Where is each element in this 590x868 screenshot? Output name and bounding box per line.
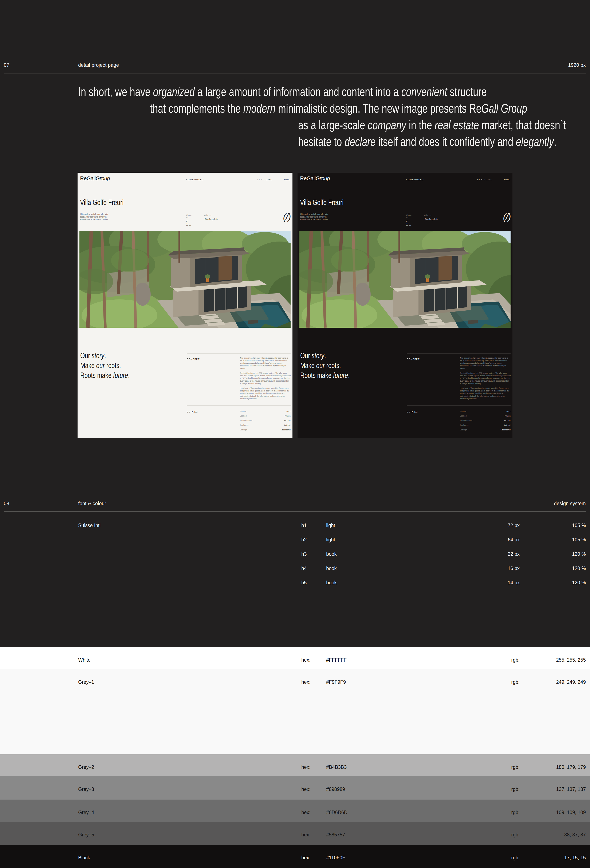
type-tag: h2 <box>301 537 307 543</box>
email-link[interactable]: office@regall.ch <box>424 218 438 220</box>
phone-label: Phone us: <box>186 214 192 218</box>
details-row-label: Total area: <box>240 424 248 426</box>
menu-button[interactable]: MENU <box>504 179 510 181</box>
text: Our <box>300 351 312 360</box>
toggle-separator-icon: / <box>265 179 265 181</box>
phone-link[interactable]: 071 277 90 64 <box>406 220 412 227</box>
text: In short, we have <box>78 85 153 99</box>
color-swatch-row: Blackhex:#110F0Frgb:17, 15, 15 <box>0 845 590 868</box>
brand-logo[interactable]: ReGallGroup <box>300 176 330 182</box>
section-08-label: font & colour <box>78 501 106 506</box>
italic-text: story <box>92 351 104 360</box>
menu-button[interactable]: MENU <box>284 179 290 181</box>
details-row: Concept:5 bedrooms <box>460 429 510 433</box>
details-row-value: 648 m2 <box>284 424 291 426</box>
text: Roots make <box>300 371 333 380</box>
villa-aerial-image <box>80 231 291 328</box>
divider <box>407 353 510 354</box>
type-leading: 120 % <box>572 551 586 557</box>
details-row: Located:France <box>460 415 510 419</box>
phone-link[interactable]: 071 277 90 64 <box>186 220 192 227</box>
close-project-link[interactable]: CLOSE PROJECT <box>406 179 424 181</box>
concept-text: This modern and elegant villa with spect… <box>460 357 511 402</box>
italic-text: real estate <box>435 118 479 132</box>
italic-text: convenient <box>401 85 447 99</box>
color-swatch-table: Whitehex:#FFFFFFrgb:255, 255, 255Grey–1h… <box>0 647 590 868</box>
color-name: Black <box>78 855 90 861</box>
text: Make <box>300 361 316 370</box>
type-row: h5book14 px120 % <box>0 580 590 594</box>
theme-toggle[interactable]: LIGHT / DARK <box>257 179 272 181</box>
divider <box>187 353 291 354</box>
type-row: h2light64 px105 % <box>0 537 590 551</box>
rgb-label: rgb: <box>511 855 520 861</box>
typography-table: h1light72 px105 %h2light64 px105 %h3book… <box>0 523 590 594</box>
intro-line: hesitate to declare itself and does it c… <box>298 133 590 150</box>
story-heading: Our story. Make our roots. Roots make fu… <box>300 351 366 380</box>
italic-text: declare <box>345 134 376 149</box>
type-weight: book <box>326 565 337 571</box>
details-row-label: Total area: <box>460 424 469 426</box>
text: Our <box>80 351 92 360</box>
villa-description: This modern and elegant villa with spect… <box>80 213 108 221</box>
italic-text: our <box>96 361 105 370</box>
write-contact: Write us: office@regall.ch <box>424 214 438 220</box>
italic-text: organized <box>153 85 195 99</box>
divider <box>407 405 510 406</box>
color-swatch-row: Grey–2hex:#B4B3B3rgb:180, 179, 179 <box>0 754 590 776</box>
hex-label: hex: <box>301 679 311 685</box>
concept-paragraph: This modern and elegant villa with spect… <box>460 357 511 369</box>
type-row: h1light72 px105 % <box>0 523 590 537</box>
theme-toggle[interactable]: LIGHT / DARK <box>477 179 492 181</box>
rgb-value: 180, 179, 179 <box>556 765 586 770</box>
villa-aerial-image <box>299 231 510 328</box>
theme-light-option[interactable]: LIGHT <box>477 179 484 181</box>
details-row: Periode:2022 <box>460 410 510 415</box>
details-row: Total land area:2692 m2 <box>460 419 510 424</box>
hex-value: #B4B3B3 <box>326 765 347 770</box>
rgb-value: 109, 109, 109 <box>556 810 586 815</box>
details-label: DETAILS <box>407 410 418 413</box>
theme-dark-option[interactable]: DARK <box>266 179 272 181</box>
details-row-label: Located: <box>240 415 247 417</box>
italic-text: Gall Group <box>481 101 527 115</box>
brand-mark-icon: (/) <box>503 212 511 222</box>
text: . <box>128 371 130 380</box>
details-row-label: Periode: <box>240 410 247 412</box>
theme-dark-option[interactable]: DARK <box>486 179 492 181</box>
concept-paragraph: This modern and elegant villa with spect… <box>240 357 291 369</box>
italic-text: story <box>312 351 324 360</box>
theme-light-option[interactable]: LIGHT <box>257 179 264 181</box>
type-size: 14 px <box>508 580 520 586</box>
write-label: Write us: <box>204 214 218 216</box>
story-line: Our story. <box>300 351 366 360</box>
section-07-index: 07 <box>4 62 9 68</box>
section-08-meta: design system <box>554 501 586 506</box>
mockup-nav: ReGallGroup CLOSE PROJECT LIGHT / DARK M… <box>80 178 290 185</box>
text: minimalistic design. The new image prese… <box>275 101 481 115</box>
concept-paragraph: The total land area is 2,692 square mete… <box>240 372 291 385</box>
mockup-nav: ReGallGroup CLOSE PROJECT LIGHT / DARK M… <box>300 178 510 185</box>
details-row-value: France <box>505 415 510 417</box>
details-row-label: Concept: <box>240 429 247 431</box>
color-name: Grey–5 <box>78 832 94 838</box>
story-heading: Our story. Make our roots. Roots make fu… <box>80 351 146 380</box>
email-link[interactable]: office@regall.ch <box>204 218 218 220</box>
type-size: 22 px <box>508 551 520 557</box>
type-size: 16 px <box>508 565 520 571</box>
brand-logo[interactable]: ReGallGroup <box>80 176 110 182</box>
rgb-value: 137, 137, 137 <box>556 787 586 792</box>
close-project-link[interactable]: CLOSE PROJECT <box>186 179 205 181</box>
write-label: Write us: <box>424 214 438 216</box>
color-name: Grey–2 <box>78 765 94 770</box>
rgb-value: 17, 15, 15 <box>564 855 586 861</box>
text: . <box>104 351 106 360</box>
rgb-value: 88, 87, 87 <box>564 832 586 838</box>
concept-paragraph: The total land area is 2,692 square mete… <box>460 372 511 385</box>
story-line: Our story. <box>80 351 146 360</box>
text: in the <box>406 118 435 132</box>
text: roots. <box>105 361 121 370</box>
hex-label: hex: <box>301 787 311 792</box>
villa-description: This modern and elegant villa with spect… <box>300 213 328 221</box>
italic-text: future <box>333 371 348 380</box>
